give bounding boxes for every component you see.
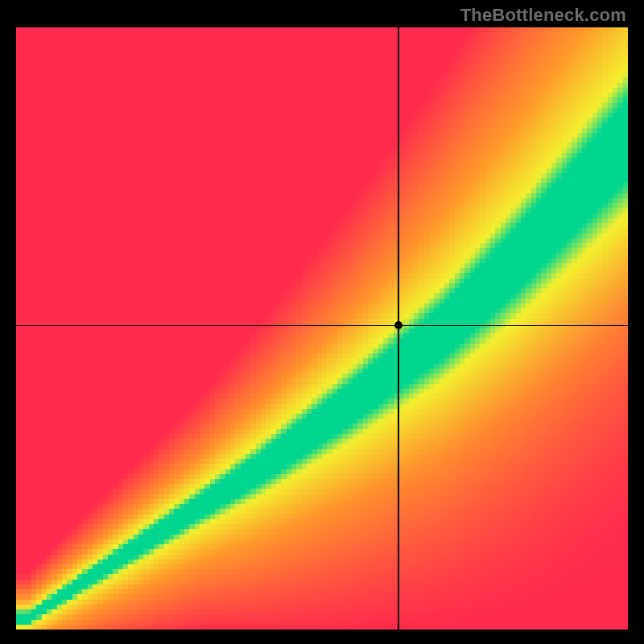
bottleneck-heatmap bbox=[16, 27, 628, 630]
chart-frame: TheBottleneck.com bbox=[0, 0, 644, 644]
plot-area bbox=[16, 27, 628, 630]
crosshair-horizontal bbox=[16, 325, 628, 327]
attribution-text: TheBottleneck.com bbox=[460, 5, 626, 26]
